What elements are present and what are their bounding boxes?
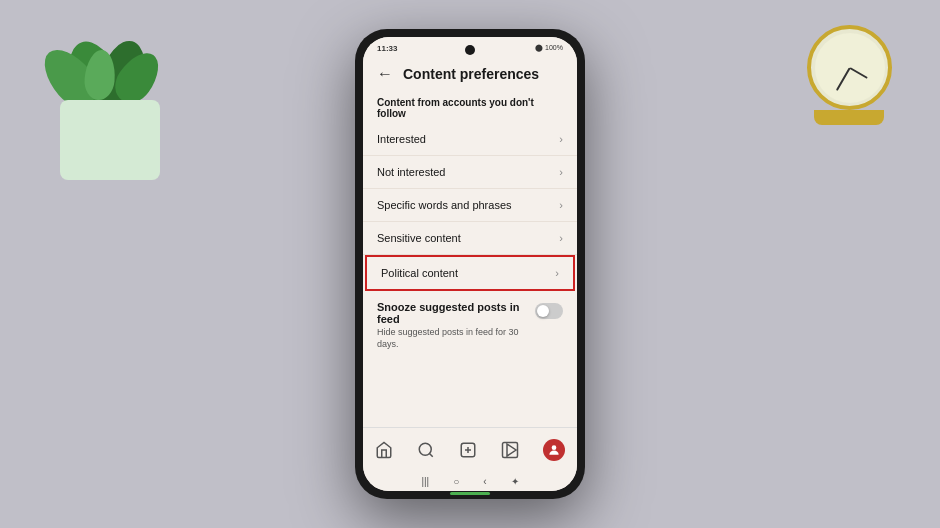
status-icons: ⬤ 100% xyxy=(535,44,563,52)
nav-search[interactable] xyxy=(417,441,435,459)
nav-add[interactable] xyxy=(459,441,477,459)
sys-extra[interactable]: ✦ xyxy=(511,476,519,487)
status-time: 11:33 xyxy=(377,44,397,53)
chevron-icon: › xyxy=(559,232,563,244)
menu-item-label: Not interested xyxy=(377,166,445,178)
nav-reels[interactable] xyxy=(501,441,519,459)
page-title: Content preferences xyxy=(403,66,539,82)
sys-back[interactable]: ‹ xyxy=(483,476,486,487)
sys-recent[interactable]: ||| xyxy=(421,476,429,487)
bottom-nav xyxy=(363,427,577,471)
sys-home[interactable]: ○ xyxy=(453,476,459,487)
chevron-icon: › xyxy=(559,133,563,145)
nav-home[interactable] xyxy=(375,441,393,459)
back-button[interactable]: ← xyxy=(377,65,393,83)
system-nav: ||| ○ ‹ ✦ xyxy=(363,471,577,491)
section-header: Content from accounts you don't follow xyxy=(363,91,577,123)
nav-profile[interactable] xyxy=(543,439,565,461)
phone-screen: 11:33 ⬤ 100% ← Content preferences Conte… xyxy=(363,37,577,491)
battery-icon: ⬤ 100% xyxy=(535,44,563,52)
svg-point-0 xyxy=(419,443,431,455)
menu-item-interested[interactable]: Interested › xyxy=(363,123,577,156)
top-bar: ← Content preferences xyxy=(363,59,577,91)
svg-point-6 xyxy=(552,445,557,450)
menu-item-not-interested[interactable]: Not interested › xyxy=(363,156,577,189)
snooze-section: Snooze suggested posts in feed Hide sugg… xyxy=(363,291,577,360)
chevron-icon: › xyxy=(555,267,559,279)
phone-device: 11:33 ⬤ 100% ← Content preferences Conte… xyxy=(355,29,585,499)
menu-item-label: Specific words and phrases xyxy=(377,199,512,211)
snooze-description: Hide suggested posts in feed for 30 days… xyxy=(377,327,535,350)
charging-indicator xyxy=(450,492,490,495)
clock-decoration xyxy=(800,15,900,125)
phone-camera xyxy=(465,45,475,55)
menu-item-label: Political content xyxy=(381,267,458,279)
chevron-icon: › xyxy=(559,199,563,211)
chevron-icon: › xyxy=(559,166,563,178)
snooze-toggle[interactable] xyxy=(535,303,563,319)
menu-item-sensitive-content[interactable]: Sensitive content › xyxy=(363,222,577,255)
menu-item-label: Interested xyxy=(377,133,426,145)
menu-list: Interested › Not interested › Specific w… xyxy=(363,123,577,427)
menu-item-political-content[interactable]: Political content › xyxy=(365,255,575,291)
plant-pot xyxy=(60,100,160,180)
menu-item-specific-words[interactable]: Specific words and phrases › xyxy=(363,189,577,222)
menu-item-label: Sensitive content xyxy=(377,232,461,244)
snooze-title: Snooze suggested posts in feed xyxy=(377,301,535,325)
svg-line-1 xyxy=(429,453,432,456)
toggle-knob xyxy=(537,305,549,317)
plant-decoration xyxy=(40,20,180,180)
